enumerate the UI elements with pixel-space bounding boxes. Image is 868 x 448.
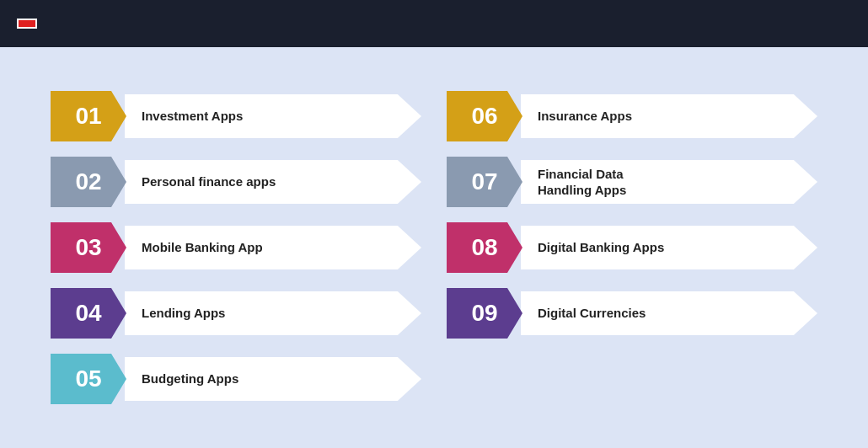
list-item: 06Insurance Apps	[447, 88, 817, 145]
item-label-text: Financial DataHandling Apps	[538, 166, 626, 199]
item-label: Financial DataHandling Apps	[521, 160, 817, 204]
logo	[17, 19, 37, 29]
item-badge: 02	[51, 157, 126, 207]
item-label: Lending Apps	[125, 291, 421, 335]
list-item: 02Personal finance apps	[51, 153, 421, 211]
item-number: 03	[51, 222, 126, 273]
item-label-text: Digital Currencies	[538, 305, 646, 322]
item-label: Budgeting Apps	[125, 357, 421, 401]
item-number: 07	[447, 157, 522, 207]
item-label-text: Lending Apps	[142, 305, 225, 322]
columns-wrapper: 01Investment Apps02Personal finance apps…	[34, 88, 834, 408]
item-label-text: Budgeting Apps	[142, 371, 238, 387]
item-label: Insurance Apps	[521, 94, 817, 138]
item-label-text: Personal finance apps	[142, 173, 276, 190]
item-label-text: Digital Banking Apps	[538, 239, 664, 256]
item-label: Mobile Banking App	[125, 226, 421, 269]
item-badge: 07	[447, 157, 522, 207]
item-label: Digital Banking Apps	[521, 226, 817, 269]
left-column: 01Investment Apps02Personal finance apps…	[51, 88, 421, 408]
item-badge: 05	[51, 354, 126, 404]
item-number: 05	[51, 354, 126, 404]
right-column: 06Insurance Apps07Financial DataHandling…	[447, 88, 817, 408]
item-label-text: Insurance Apps	[538, 108, 632, 125]
list-item: 05Budgeting Apps	[51, 350, 421, 408]
item-label: Personal finance apps	[125, 160, 421, 204]
item-label-text: Investment Apps	[142, 108, 243, 125]
list-item: 09Digital Currencies	[447, 285, 817, 342]
item-number: 06	[447, 91, 522, 141]
list-item: 01Investment Apps	[51, 88, 421, 145]
item-number: 02	[51, 157, 126, 207]
list-item: 04Lending Apps	[51, 285, 421, 342]
item-badge: 08	[447, 222, 522, 273]
item-number: 01	[51, 91, 126, 141]
item-label: Investment Apps	[125, 94, 421, 138]
item-label-text: Mobile Banking App	[142, 239, 263, 256]
item-number: 09	[447, 288, 522, 339]
list-item: 07Financial DataHandling Apps	[447, 153, 817, 211]
item-label: Digital Currencies	[521, 291, 817, 335]
header	[0, 0, 868, 47]
item-number: 08	[447, 222, 522, 273]
item-badge: 06	[447, 91, 522, 141]
item-badge: 04	[51, 288, 126, 339]
list-item: 08Digital Banking Apps	[447, 219, 817, 276]
item-badge: 01	[51, 91, 126, 141]
item-number: 04	[51, 288, 126, 339]
item-badge: 03	[51, 222, 126, 273]
main-content: 01Investment Apps02Personal finance apps…	[0, 47, 868, 448]
item-badge: 09	[447, 288, 522, 339]
list-item: 03Mobile Banking App	[51, 219, 421, 276]
